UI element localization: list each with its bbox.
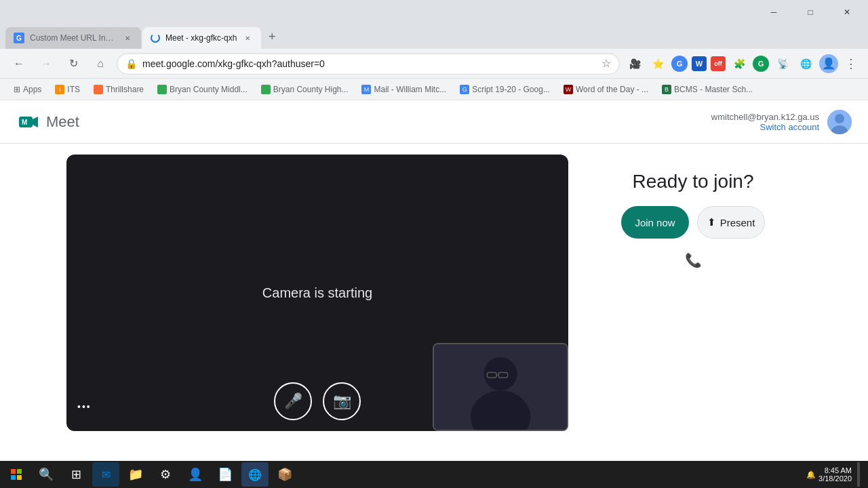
address-bar[interactable]: 🔒 meet.google.com/xkg-gfkc-qxh?authuser=… [117,53,620,75]
user-avatar[interactable] [827,110,852,134]
chrome-menu-button[interactable]: ⋮ [842,54,860,74]
mail-label: Mail - William Mitc... [374,85,446,94]
join-by-phone-area[interactable]: 📞 [685,252,702,268]
notepad-icon: 📄 [218,467,233,482]
extension-red-icon[interactable]: off [711,56,726,71]
reload-button[interactable]: ↻ [62,53,84,75]
meet-logo-text: Meet [46,113,79,131]
word-day-label: Word of the Day - ... [576,85,648,94]
navigation-bar: ← → ↻ ⌂ 🔒 meet.google.com/xkg-gfkc-qxh?a… [0,49,868,79]
present-icon: ⬆ [707,216,716,228]
taskbar-explorer-icon[interactable]: 📁 [122,462,149,487]
its-label: ITS [67,85,80,94]
extension-puzzle-icon[interactable]: 🧩 [730,54,749,73]
taskbar-outlook-icon[interactable]: ✉ [92,462,119,487]
favorites-icon[interactable]: ⭐ [648,54,667,73]
thrillshare-label: Thrillshare [106,85,144,94]
cast-icon[interactable]: 📡 [773,54,792,73]
taskbar-time-display: 8:45 AM [818,466,852,474]
join-action-buttons: Join now ⬆ Present [621,206,765,239]
extension-teal-icon[interactable]: G [753,56,769,72]
thumbnail-person-image [434,344,567,430]
join-now-button[interactable]: Join now [621,206,689,239]
bookmarks-bar: ⊞ Apps I ITS Thrillshare Bryan County Mi… [0,79,868,100]
close-button[interactable]: ✕ [831,0,863,24]
bryan-high-favicon [261,85,271,94]
show-desktop-button[interactable] [857,462,860,487]
taskbar-settings-icon[interactable]: ⚙ [152,462,179,487]
profile-avatar[interactable]: 👤 [819,54,838,73]
bookmark-bcms[interactable]: B BCMS - Master Sch... [656,83,758,96]
avatar-image [827,110,852,134]
security-icon: 🔒 [125,58,137,69]
bookmark-star-icon[interactable]: ☆ [601,57,611,70]
apps-label: Apps [23,85,41,94]
bookmark-bryan-high[interactable]: Bryan County High... [256,83,354,96]
camera-ext-icon[interactable]: 🎥 [625,54,644,73]
start-button[interactable] [3,462,30,487]
minimize-button[interactable]: ─ [758,0,789,24]
bookmark-script[interactable]: G Script 19-20 - Goog... [454,83,555,96]
bryan-middle-label: Bryan County Middl... [170,85,248,94]
camera-status-text: Camera is starting [262,285,372,301]
ellipsis-icon: ••• [77,401,92,412]
bookmark-its[interactable]: I ITS [50,83,85,96]
its-favicon: I [55,85,64,94]
extensions-area: 🎥 ⭐ G W off 🧩 G 📡 🌐 👤 ⋮ [625,54,860,74]
ready-to-join-title: Ready to join? [632,171,753,192]
tab2-close-button[interactable]: ✕ [242,33,253,43]
switch-account-link[interactable]: Switch account [711,122,819,132]
outlook-icon: ✉ [102,468,111,481]
chrome-icon: 🌐 [248,468,262,481]
meet-logo-icon: M [16,110,41,134]
bookmark-mail[interactable]: M Mail - William Mitc... [356,83,452,96]
bookmark-word-of-day[interactable]: W Word of the Day - ... [558,83,654,96]
back-button[interactable]: ← [8,53,30,75]
taskbar-date-display: 3/18/2020 [818,474,852,483]
svg-text:M: M [22,119,27,126]
camera-toggle-button[interactable]: 📷 [323,382,361,420]
present-label: Present [720,217,755,228]
forward-button[interactable]: → [35,53,57,75]
present-button[interactable]: ⬆ Present [697,206,765,239]
mic-toggle-button[interactable]: 🎤 [274,382,312,420]
home-button[interactable]: ⌂ [90,53,111,75]
contacts-icon: 👤 [188,467,203,482]
tab-meet-active[interactable]: Meet - xkg-gfkc-qxh ✕ [142,27,261,49]
bcms-label: BCMS - Master Sch... [674,85,753,94]
address-url: meet.google.com/xkg-gfkc-qxh?authuser=0 [142,58,596,69]
translate-icon[interactable]: 🌐 [796,54,815,73]
windows-icon [11,469,22,480]
bookmark-bryan-middle[interactable]: Bryan County Middl... [152,83,253,96]
tab2-title: Meet - xkg-gfkc-qxh [165,33,237,43]
script-favicon: G [460,85,469,94]
bryan-high-label: Bryan County High... [273,85,349,94]
taskbar-person-icon[interactable]: 👤 [182,462,209,487]
taskbar-search-button[interactable]: 🔍 [33,462,60,487]
taskbar-app5-icon[interactable]: 📦 [271,462,298,487]
taskbar-notepad-icon[interactable]: 📄 [212,462,239,487]
mail-favicon: M [361,85,371,94]
join-panel: Ready to join? Join now ⬆ Present 📞 [585,155,802,285]
extension-word-icon[interactable]: W [692,56,707,71]
extension1-icon[interactable]: G [671,56,688,72]
meet-logo[interactable]: M Meet [16,110,79,134]
taskbar-system-tray: 🔔 8:45 AM 3/18/2020 [806,462,865,487]
bryan-middle-favicon [157,85,167,94]
camera-icon: 📷 [333,392,351,410]
tab-custom-meet[interactable]: G Custom Meet URL Instructions ✕ [5,27,141,49]
meet-user-info: wmitchell@bryan.k12.ga.us Switch account [711,110,852,134]
taskbar: 🔍 ⊞ ✉ 📁 ⚙ 👤 📄 🌐 📦 🔔 8:45 AM 3/18/2020 [0,461,868,488]
maximize-button[interactable]: □ [795,0,826,24]
phone-icon: 📞 [685,252,702,268]
tab1-close-button[interactable]: ✕ [122,33,133,43]
svg-point-9 [484,357,517,390]
taskbar-taskview-button[interactable]: ⊞ [62,462,90,487]
bookmark-apps[interactable]: ⊞ Apps [8,83,47,96]
taskbar-chrome-icon[interactable]: 🌐 [241,462,269,487]
notification-icon[interactable]: 🔔 [806,470,816,479]
bookmark-thrillshare[interactable]: Thrillshare [88,83,149,96]
new-tab-button[interactable]: + [262,27,281,46]
app5-icon: 📦 [277,467,292,482]
video-more-left[interactable]: ••• [77,401,92,412]
